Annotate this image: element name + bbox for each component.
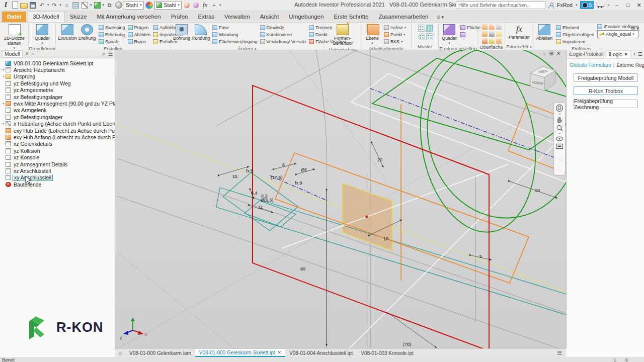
chevron-down-icon[interactable]: ▾ bbox=[90, 3, 92, 7]
ribbon-small-button[interactable]: Punkt ▾ bbox=[384, 31, 407, 38]
circular-pattern-icon[interactable] bbox=[418, 33, 425, 40]
ilogic-form-button[interactable]: R-Kon Toolbox bbox=[574, 86, 638, 95]
surface-tool-icon[interactable] bbox=[482, 24, 488, 30]
add-browser-tab-button[interactable]: + bbox=[31, 51, 34, 57]
tree-item[interactable]: xy Anschlussteil bbox=[1, 174, 115, 181]
ifeature-dropdown[interactable]: Angle_equal ▾ bbox=[597, 30, 639, 38]
tab-ilogic[interactable]: iLogic✕ bbox=[606, 50, 631, 58]
material-dropdown[interactable]: Stahl▾ bbox=[124, 1, 143, 10]
add-toolbar-button[interactable]: + bbox=[210, 2, 218, 9]
ribbon-small-button[interactable]: Importieren bbox=[556, 38, 594, 45]
ribbon-small-button[interactable]: Rippe bbox=[128, 38, 151, 45]
ribbon-small-button[interactable]: Spirale bbox=[99, 38, 125, 45]
navigation-wheel-icon[interactable] bbox=[555, 104, 564, 112]
look-at-icon[interactable] bbox=[555, 143, 564, 149]
view-cube[interactable]: OBEN VORNE bbox=[526, 61, 559, 95]
ribbon-small-button[interactable]: Objekt einfügen bbox=[556, 31, 594, 38]
ribbon-small-button[interactable]: Sweeping bbox=[99, 24, 125, 31]
chevron-down-icon[interactable]: ▾ bbox=[103, 3, 105, 7]
save-button[interactable] bbox=[29, 2, 37, 9]
redo-button[interactable]: ↷ bbox=[51, 2, 58, 9]
tree-item[interactable]: yz Armsegment Details bbox=[1, 161, 115, 167]
maximize-button[interactable]: □ bbox=[624, 2, 632, 8]
zoom-icon[interactable] bbox=[556, 124, 564, 132]
ribbon-tab[interactable]: Zusammenarbeiten bbox=[373, 12, 433, 22]
ribbon-tab[interactable]: Datei bbox=[2, 12, 26, 22]
overflow-icon[interactable]: » bbox=[607, 3, 610, 8]
tree-item[interactable]: exy Hub Ende (Lotrecht zu Achse durch Pu… bbox=[1, 127, 115, 134]
new-file-button[interactable] bbox=[11, 2, 19, 9]
tree-item[interactable]: yz Armgeometrie bbox=[1, 87, 115, 94]
search-expand-icon[interactable]: ▸ bbox=[451, 3, 453, 8]
material-ball-icon[interactable] bbox=[115, 2, 122, 9]
chevron-down-icon[interactable]: ▾ bbox=[576, 3, 578, 7]
bohrung-button[interactable]: Bohrung bbox=[172, 24, 191, 41]
search-icon[interactable]: ⌕ bbox=[102, 51, 105, 57]
surface-tool-icon[interactable] bbox=[489, 24, 495, 30]
ribbon-small-button[interactable]: Fase bbox=[212, 24, 258, 31]
sketch-pattern-icon[interactable] bbox=[426, 33, 433, 40]
surface-tool-icon[interactable] bbox=[489, 31, 495, 37]
document-tab[interactable]: V08-01-003 Konsole.ipt ✕ bbox=[357, 349, 418, 357]
ribbon-small-button[interactable]: BKS ▾ bbox=[384, 38, 407, 45]
home-tab-icon[interactable]: ⌂ bbox=[115, 349, 125, 357]
ribbon-tab[interactable]: Extras bbox=[193, 12, 220, 22]
link-globale-formulare[interactable]: Globale Formulare bbox=[570, 62, 611, 68]
doc-restore-icon[interactable]: ⊞ bbox=[549, 51, 553, 56]
surface-tool-icon[interactable] bbox=[489, 38, 495, 44]
rectangular-pattern-icon[interactable] bbox=[418, 25, 425, 32]
close-icon[interactable]: ✕ bbox=[624, 52, 628, 57]
document-tab[interactable]: V08-01-004 Anschlussteil.ipt ✕ bbox=[285, 349, 357, 357]
parameter-button[interactable]: Parameter bbox=[507, 24, 531, 40]
ribbon-tab[interactable]: Umgebungen bbox=[284, 12, 329, 22]
ribbon-small-button[interactable]: Gewinde bbox=[260, 24, 307, 31]
notification-badge[interactable]: 5 bbox=[580, 1, 594, 9]
tree-item[interactable]: exy Hub Anfang (Lotrecht zu Achse durch … bbox=[1, 134, 115, 140]
tree-item[interactable]: Bauteilende bbox=[1, 181, 115, 188]
close-icon[interactable]: ✕ bbox=[25, 51, 29, 56]
surface-tool-icon[interactable] bbox=[496, 38, 502, 44]
link-externe-regeln[interactable]: Externe Regeln bbox=[616, 62, 644, 68]
doc-minimize-icon[interactable]: – bbox=[543, 51, 546, 56]
ilogic-form-button[interactable]: Freigabeprüfung Zeichnung bbox=[574, 100, 638, 108]
appearance-dropdown[interactable]: Stahl▾ bbox=[154, 1, 182, 10]
expander-icon[interactable]: + bbox=[1, 121, 6, 126]
surface-tool-icon[interactable] bbox=[496, 31, 502, 37]
ribbon-small-button[interactable]: Verdickung/ Versatz bbox=[260, 38, 307, 45]
tree-item[interactable]: xz Befestigungslager bbox=[1, 94, 115, 100]
tree-item[interactable]: yz Befestigung und Weg bbox=[1, 80, 115, 86]
surface-tool-icon[interactable] bbox=[482, 31, 488, 37]
tree-item[interactable]: wx Armgelenk bbox=[1, 107, 115, 114]
tree-item[interactable]: + Ansicht: Hauptansicht bbox=[1, 66, 115, 73]
parameters-fx-icon[interactable]: fx bbox=[201, 2, 209, 9]
pan-hand-icon[interactable] bbox=[556, 116, 564, 123]
tab-list-menu-icon[interactable]: ☰ bbox=[557, 350, 562, 356]
tree-item[interactable]: yz Befestigungslager bbox=[1, 114, 115, 120]
tree-item[interactable]: V08-01-000 Gelenkarm Skelett.ipt bbox=[1, 60, 115, 66]
ribbon-tab[interactable]: Mit Anmerkung versehen bbox=[92, 12, 166, 22]
open-file-button[interactable] bbox=[20, 2, 28, 9]
doc-close-icon[interactable]: ✕ bbox=[556, 51, 560, 56]
sketch-geometry[interactable]: X Z 15fx:58(17,6)Ø6fx:96,40,3Ø(6,6)11201… bbox=[115, 50, 566, 348]
add-panel-tab-button[interactable]: + bbox=[631, 51, 638, 57]
freiform-quader-button[interactable]: Quader▾ bbox=[440, 24, 458, 45]
ilogic-form-button[interactable]: Freigabeprüfung Modell bbox=[574, 73, 638, 82]
formen-generator-button[interactable]: Formen-Generator bbox=[327, 24, 358, 46]
ribbon-options-icon[interactable]: ⊙ ▾ bbox=[437, 15, 444, 20]
tree-item[interactable]: + Ursprung bbox=[1, 73, 115, 80]
extrusion-button[interactable]: Extrusion bbox=[57, 24, 77, 41]
tree-item[interactable]: + ewx Mitte Armsegment (90,00 grd zu YZ … bbox=[1, 100, 115, 107]
browser-tab-modell[interactable]: Modell bbox=[2, 50, 23, 58]
ebene-button[interactable]: Ebene▾ bbox=[363, 24, 382, 45]
ribbon-small-button[interactable]: Prägen bbox=[128, 24, 151, 31]
ribbon-small-button[interactable]: Ableiten bbox=[128, 31, 151, 38]
undo-button[interactable]: ↶ bbox=[38, 2, 46, 9]
ribbon-small-button[interactable]: Erhebung bbox=[99, 31, 125, 38]
surface-tool-icon[interactable] bbox=[482, 38, 488, 44]
chevron-down-icon[interactable]: ▾ bbox=[219, 3, 221, 7]
expander-icon[interactable]: + bbox=[1, 101, 6, 106]
ribbon-small-button[interactable] bbox=[460, 31, 480, 38]
ribbon-small-button[interactable]: Achse ▾ bbox=[384, 24, 407, 31]
tree-item[interactable]: xz Konsole bbox=[1, 154, 115, 160]
document-tab[interactable]: V08-01-000 Gelenkarm Skelett.ipt ✕ bbox=[195, 349, 285, 357]
